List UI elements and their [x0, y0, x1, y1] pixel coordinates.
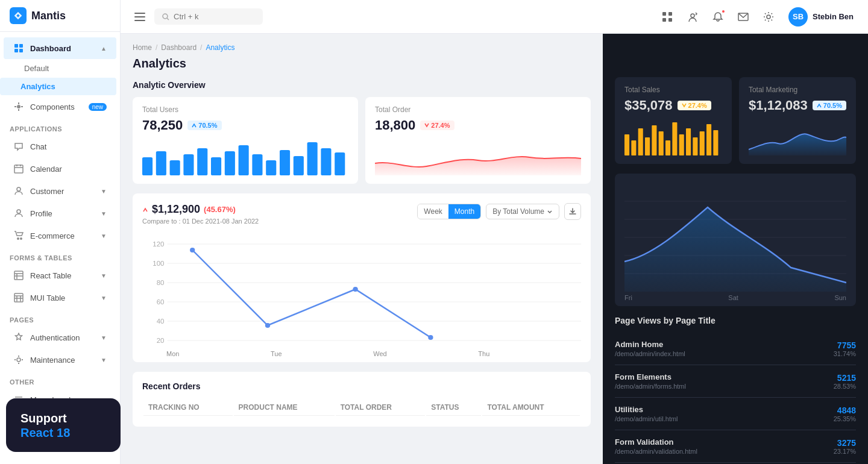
settings-icon-btn[interactable]: [758, 7, 779, 27]
month-btn[interactable]: Month: [448, 204, 480, 219]
sidebar-item-dashboard[interactable]: Dashboard ▲: [4, 37, 116, 59]
breadcrumb-dashboard[interactable]: Dashboard: [161, 43, 197, 52]
trend-down-icon: [424, 123, 429, 128]
apps-icon: [662, 11, 673, 22]
pv-pct-0: 31.74%: [834, 350, 856, 357]
customer-arrow: ▼: [101, 188, 107, 195]
orders-col-product: PRODUCT NAME: [234, 400, 335, 416]
sidebar-item-analytics[interactable]: Analytics: [0, 78, 116, 95]
search-icon: [162, 13, 170, 21]
notifications-icon-btn[interactable]: [708, 7, 728, 27]
stat-badge-users: 70.5%: [187, 121, 221, 130]
chat-icon: [13, 141, 24, 152]
topbar-left: [130, 7, 263, 27]
stat-label-order: Total Order: [375, 105, 581, 114]
sidebar-item-ecommerce[interactable]: E-commerce ▼: [4, 225, 116, 246]
gear-icon: [763, 11, 774, 22]
recent-orders-card: Recent Orders TRACKING NO PRODUCT NAME T…: [133, 372, 591, 427]
pv-title-3: Form Validation: [615, 437, 834, 447]
sidebar-item-components-label: Components: [30, 102, 75, 111]
svg-rect-65: [693, 137, 697, 155]
svg-point-54: [428, 335, 433, 340]
download-button[interactable]: [564, 203, 581, 220]
svg-rect-57: [638, 128, 643, 155]
stat-badge-order: 27.4%: [420, 121, 454, 130]
users-bar-chart: [142, 139, 348, 175]
breadcrumb-home[interactable]: Home: [133, 43, 152, 52]
breadcrumb: Home / Dashboard / Analytics: [133, 43, 591, 52]
menu-toggle-button[interactable]: [130, 7, 149, 27]
sidebar-item-maintenance[interactable]: Maintenance ▼: [4, 349, 116, 371]
apps-icon-btn[interactable]: [657, 7, 678, 27]
app-name: Mantis: [31, 10, 66, 22]
order-area-chart: [375, 139, 581, 175]
svg-text:80: 80: [157, 279, 165, 286]
volume-dropdown[interactable]: By Total Volume: [486, 204, 559, 219]
pv-path-3: /demo/admin/validation.html: [615, 448, 834, 455]
pv-item-2: Utilities /demo/admin/util.html 4848 25.…: [615, 398, 856, 430]
stat-card-users: Total Users 78,250 70.5%: [133, 97, 358, 184]
stat-value-sales: $35,078: [624, 98, 673, 113]
sidebar-item-ecommerce-label: E-commerce: [30, 231, 75, 240]
download-icon: [569, 208, 576, 215]
sidebar-item-components[interactable]: Components new: [4, 96, 116, 118]
income-header: $1,12,900 (45.67%) Compare to : 01 Dec 2…: [142, 203, 581, 225]
stat-label-sales: Total Sales: [624, 86, 722, 94]
pv-path-2: /demo/admin/util.html: [615, 415, 834, 422]
pv-title-1: Form Elements: [615, 372, 834, 381]
sidebar-item-react-table-label: React Table: [30, 271, 71, 280]
svg-rect-27: [183, 154, 193, 175]
svg-rect-36: [307, 142, 318, 175]
ecommerce-icon: [13, 230, 24, 241]
sidebar-item-dashboard-label: Dashboard: [30, 44, 71, 53]
orders-table: TRACKING NO PRODUCT NAME TOTAL ORDER STA…: [142, 398, 581, 417]
week-btn[interactable]: Week: [418, 204, 448, 219]
svg-rect-38: [335, 152, 345, 175]
dropdown-chevron-icon: [547, 208, 553, 215]
sidebar-item-chat[interactable]: Chat: [4, 136, 116, 157]
support-toast[interactable]: Support React 18: [6, 398, 121, 452]
sidebar-item-default[interactable]: Default: [0, 60, 120, 77]
section-analytic-overview: Analytic Overview: [133, 80, 591, 90]
svg-rect-63: [679, 134, 684, 155]
income-line-chart: 120 100 80 60 40 20: [142, 232, 581, 353]
sidebar-item-customer[interactable]: Customer ▼: [4, 180, 116, 202]
svg-rect-1: [19, 44, 23, 48]
svg-rect-11: [14, 293, 23, 302]
svg-point-6: [17, 187, 20, 191]
stat-value-row-order: 18,800 27.4%: [375, 118, 581, 133]
sidebar-item-authentication[interactable]: Authentication ▼: [4, 327, 116, 348]
sidebar-item-calendar[interactable]: Calendar: [4, 158, 116, 180]
profile-arrow: ▼: [101, 210, 107, 217]
svg-rect-66: [700, 131, 705, 155]
svg-rect-32: [252, 154, 262, 175]
messages-icon-btn[interactable]: [733, 7, 753, 27]
stat-card-order: Total Order 18,800 27.4%: [365, 97, 591, 184]
support-toast-line2: React 18: [20, 426, 106, 440]
content-dark: Total Sales $35,078 27.4%: [603, 34, 868, 464]
svg-point-53: [353, 287, 357, 292]
search-box[interactable]: [154, 8, 263, 25]
svg-rect-62: [672, 122, 677, 155]
svg-text:120: 120: [153, 240, 164, 248]
sidebar-item-mui-table[interactable]: MUI Table ▼: [4, 287, 116, 309]
svg-rect-60: [659, 131, 664, 155]
marketing-area-chart: [749, 119, 846, 155]
svg-rect-64: [686, 128, 691, 155]
svg-point-12: [17, 358, 20, 362]
sidebar-item-default-label: Default: [24, 64, 49, 73]
income-card: $1,12,900 (45.67%) Compare to : 01 Dec 2…: [133, 193, 591, 362]
sidebar-item-customer-label: Customer: [30, 187, 64, 196]
react-table-icon: [13, 270, 24, 281]
maintenance-arrow: ▼: [101, 357, 107, 363]
svg-rect-33: [266, 160, 276, 175]
pv-pct-2: 25.35%: [834, 415, 856, 422]
notification-badge: [721, 9, 726, 14]
sidebar-item-profile[interactable]: Profile ▼: [4, 202, 116, 224]
svg-point-9: [20, 238, 22, 239]
sidebar-item-react-table[interactable]: React Table ▼: [4, 265, 116, 286]
user-switch-icon-btn[interactable]: [682, 7, 703, 27]
sidebar-logo: Mantis: [0, 0, 120, 32]
search-input[interactable]: [174, 12, 246, 21]
user-info[interactable]: SB Stebin Ben: [784, 5, 858, 29]
